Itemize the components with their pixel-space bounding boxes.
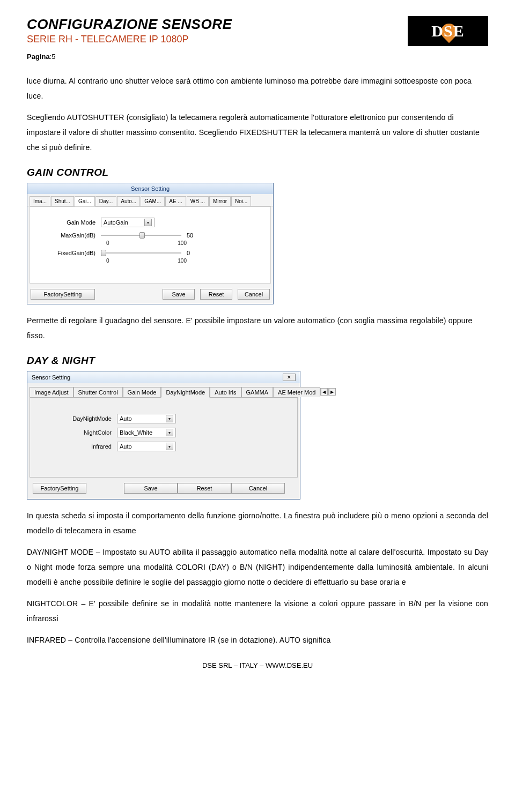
daynight-dialog-title: Sensor Setting [32,374,70,381]
tab-noise[interactable]: Noi... [231,196,251,206]
tab-gain-mode[interactable]: Gain Mode [123,387,161,397]
gain-mode-label: Gain Mode [36,219,101,226]
dse-logo: DSE [408,16,488,46]
page-footer: DSE SRL – ITALY – WWW.DSE.EU [27,661,488,669]
cancel-button[interactable]: Cancel [238,289,270,300]
tab-mirror[interactable]: Mirror [209,196,231,206]
logo-text: DSE [431,22,464,40]
tab-scroll-right[interactable]: ▶ [328,388,336,396]
daynight-dialog: Sensor Setting ✕ Image Adjust Shutter Co… [27,371,300,500]
maxgain-ticks: 0 100 [106,240,187,246]
doc-title: CONFIGURAZIONE SENSORE [27,16,232,33]
fixedgain-ticks: 0 100 [106,258,187,264]
tab-daynight-mode[interactable]: DayNightMode [161,387,210,398]
factory-setting-button-2[interactable]: FactorySetting [33,483,86,494]
reset-button-2[interactable]: Reset [178,483,231,494]
gain-dialog-title: Sensor Setting [27,183,273,194]
document-header: CONFIGURAZIONE SENSORE SERIE RH - TELECA… [27,16,488,46]
pagina-label: Pagina [27,53,50,61]
dn-para4: INFRARED – Controlla l'accensione dell'i… [27,632,488,647]
chevron-down-icon: ▼ [144,219,152,226]
gain-dialog-tabs: Ima... Shut... Gai... Day... Auto... GAM… [27,194,273,206]
tab-image[interactable]: Ima... [30,196,50,206]
tab-ae-meter[interactable]: AE Meter Mod [273,387,320,397]
save-button[interactable]: Save [163,289,195,300]
paragraph-intro1: luce diurna. Al contrario uno shutter ve… [27,73,488,103]
close-button[interactable]: ✕ [283,374,296,381]
daynight-mode-select[interactable]: Auto ▼ [117,414,176,423]
tab-gamma-2[interactable]: GAMMA [241,387,274,397]
daynight-dialog-footer: FactorySetting Save Reset Cancel [27,481,300,499]
page-number: Pagina:5 [27,53,488,61]
tab-gamma[interactable]: GAM... [141,196,165,206]
maxgain-min: 0 [106,240,109,246]
maxgain-value: 50 [187,232,193,239]
fixedgain-label: FixedGain(dB) [36,250,101,256]
maxgain-max: 100 [178,240,187,246]
save-button-2[interactable]: Save [124,483,178,494]
chevron-down-icon: ▼ [166,443,173,450]
tab-shutter[interactable]: Shut... [51,196,74,206]
dn-para2: DAY/NIGHT MODE – Impostato su AUTO abili… [27,545,488,590]
tab-day[interactable]: Day... [95,196,116,206]
pagina-num: :5 [50,53,56,61]
arrow-left-icon: ◀ [321,388,327,396]
chevron-down-icon: ▼ [166,429,173,436]
dn-para3: NIGHTCOLOR – E' possibile definire se in… [27,596,488,626]
infrared-select[interactable]: Auto ▼ [117,442,176,451]
tab-gain[interactable]: Gai... [75,196,95,206]
doc-subtitle: SERIE RH - TELECAMERE IP 1080P [27,34,232,45]
tab-ae[interactable]: AE ... [165,196,186,206]
fixedgain-min: 0 [106,258,109,264]
daynight-dialog-titlebar: Sensor Setting ✕ [27,371,300,383]
paragraph-intro2: Scegliendo AUTOSHUTTER (consigliato) la … [27,110,488,155]
tab-scroll-left[interactable]: ◀ [320,388,328,396]
arrow-right-icon: ▶ [329,388,335,396]
tab-nav: ◀ ▶ [320,388,338,396]
chevron-down-icon: ▼ [166,415,173,422]
cancel-button-2[interactable]: Cancel [231,483,285,494]
reset-button[interactable]: Reset [200,289,232,300]
day-night-heading: DAY & NIGHT [27,355,488,367]
tab-shutter-control[interactable]: Shutter Control [73,387,123,397]
slider-thumb-icon[interactable] [139,232,145,239]
fixedgain-slider[interactable] [101,249,181,257]
header-left: CONFIGURAZIONE SENSORE SERIE RH - TELECA… [27,16,232,45]
close-icon: ✕ [287,375,291,380]
slider-thumb-icon[interactable] [101,250,106,256]
tab-image-adjust[interactable]: Image Adjust [30,387,73,397]
tab-auto-iris[interactable]: Auto Iris [210,387,241,397]
factory-setting-button[interactable]: FactorySetting [31,289,95,300]
fixedgain-value: 0 [187,250,190,256]
tab-auto[interactable]: Auto... [117,196,140,206]
gain-dialog-footer: FactorySetting Save Reset Cancel [27,287,273,304]
daynight-dialog-tabs: Image Adjust Shutter Control Gain Mode D… [27,383,300,397]
daynight-dialog-body: DayNightMode Auto ▼ NightColor Black_Whi… [30,397,298,478]
daynight-mode-label: DayNightMode [36,415,117,422]
gain-paragraph: Permette di regolare il guadagno del sen… [27,313,488,343]
nightcolor-select[interactable]: Black_White ▼ [117,428,176,437]
maxgain-label: MaxGain(dB) [36,232,101,239]
gain-mode-value: AutoGain [104,219,128,226]
gain-dialog: Sensor Setting Ima... Shut... Gai... Day… [27,183,274,304]
fixedgain-max: 100 [178,258,187,264]
gain-mode-select[interactable]: AutoGain ▼ [101,218,154,227]
dn-para1: In questa scheda si imposta il comportam… [27,508,488,538]
gain-control-heading: GAIN CONTROL [27,167,488,178]
infrared-label: Infrared [36,443,117,450]
nightcolor-label: NightColor [36,429,117,436]
infrared-value: Auto [120,443,132,450]
tab-wb[interactable]: WB ... [187,196,209,206]
gain-dialog-body: Gain Mode AutoGain ▼ MaxGain(dB) 50 0 10… [30,206,271,284]
nightcolor-value: Black_White [120,429,152,436]
maxgain-slider[interactable] [101,232,181,239]
daynight-mode-value: Auto [120,415,132,422]
